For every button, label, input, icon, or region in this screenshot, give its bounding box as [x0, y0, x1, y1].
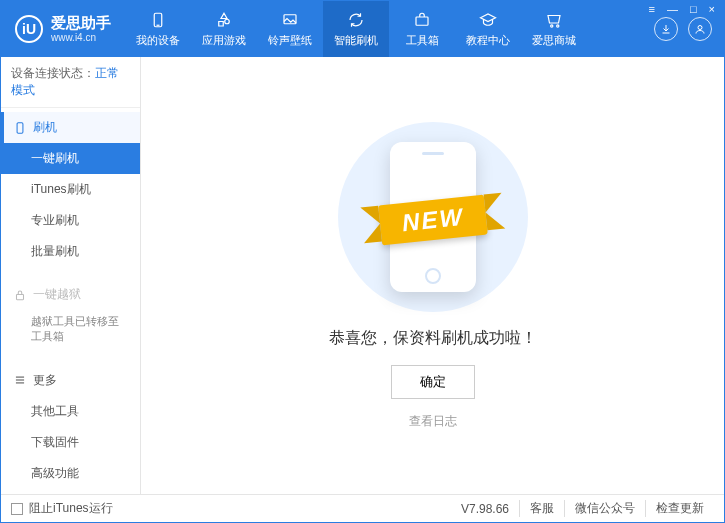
- toolbox-icon: [412, 10, 432, 30]
- more-section: 更多 其他工具 下载固件 高级功能: [1, 361, 140, 493]
- sidebar: 设备连接状态：正常模式 刷机 一键刷机 iTunes刷机 专业刷机 批量刷机 一…: [1, 57, 141, 494]
- nav-device[interactable]: 我的设备: [125, 1, 191, 57]
- more-section-head[interactable]: 更多: [1, 365, 140, 396]
- svg-point-4: [551, 25, 553, 27]
- refresh-icon: [346, 10, 366, 30]
- nav-store[interactable]: 爱思商城: [521, 1, 587, 57]
- body: 设备连接状态：正常模式 刷机 一键刷机 iTunes刷机 专业刷机 批量刷机 一…: [1, 57, 724, 494]
- support-link[interactable]: 客服: [519, 500, 564, 517]
- sidebar-item-pro-flash[interactable]: 专业刷机: [1, 205, 140, 236]
- section-label: 一键越狱: [33, 286, 81, 303]
- maximize-button[interactable]: □: [687, 3, 700, 15]
- lock-icon: [13, 288, 27, 302]
- svg-rect-7: [17, 122, 23, 133]
- phone-icon: [13, 121, 27, 135]
- nav-label: 教程中心: [466, 33, 510, 48]
- nav-flash[interactable]: 智能刷机: [323, 1, 389, 57]
- nav-label: 铃声壁纸: [268, 33, 312, 48]
- sidebar-item-other-tools[interactable]: 其他工具: [1, 396, 140, 427]
- checkbox-icon: [11, 503, 23, 515]
- nav-label: 智能刷机: [334, 33, 378, 48]
- svg-point-5: [557, 25, 559, 27]
- checkbox-label: 阻止iTunes运行: [29, 500, 113, 517]
- nav-label: 爱思商城: [532, 33, 576, 48]
- brand-url: www.i4.cn: [51, 32, 111, 44]
- success-message: 恭喜您，保资料刷机成功啦！: [329, 328, 537, 349]
- flash-section-head[interactable]: 刷机: [1, 112, 140, 143]
- sidebar-item-advanced[interactable]: 高级功能: [1, 458, 140, 489]
- phone-icon: [148, 10, 168, 30]
- app-window: ≡ — □ × iU 爱思助手 www.i4.cn 我的设备 应用游戏 铃声壁纸: [0, 0, 725, 523]
- apps-icon: [214, 10, 234, 30]
- brand-logo-icon: iU: [15, 15, 43, 43]
- nav-tutorial[interactable]: 教程中心: [455, 1, 521, 57]
- svg-rect-3: [416, 17, 428, 25]
- sidebar-item-onekey-flash[interactable]: 一键刷机: [1, 143, 140, 174]
- section-label: 更多: [33, 372, 57, 389]
- menu-icon[interactable]: ≡: [645, 3, 657, 15]
- nav-toolbox[interactable]: 工具箱: [389, 1, 455, 57]
- sidebar-item-batch-flash[interactable]: 批量刷机: [1, 236, 140, 267]
- download-button[interactable]: [654, 17, 678, 41]
- nav-label: 我的设备: [136, 33, 180, 48]
- close-button[interactable]: ×: [706, 3, 718, 15]
- jailbreak-note: 越狱工具已转移至工具箱: [1, 310, 140, 353]
- minimize-button[interactable]: —: [664, 3, 681, 15]
- nav-apps[interactable]: 应用游戏: [191, 1, 257, 57]
- view-log-link[interactable]: 查看日志: [409, 413, 457, 430]
- svg-point-6: [698, 26, 702, 30]
- nav-label: 应用游戏: [202, 33, 246, 48]
- user-button[interactable]: [688, 17, 712, 41]
- jailbreak-section-head: 一键越狱: [1, 279, 140, 310]
- ok-button[interactable]: 确定: [391, 365, 475, 399]
- version-label: V7.98.66: [451, 502, 519, 516]
- nav-ringtone[interactable]: 铃声壁纸: [257, 1, 323, 57]
- status-bar: 阻止iTunes运行 V7.98.66 客服 微信公众号 检查更新: [1, 494, 724, 522]
- svg-rect-8: [17, 294, 24, 299]
- brand: iU 爱思助手 www.i4.cn: [1, 1, 125, 57]
- success-illustration: NEW: [338, 122, 528, 312]
- section-label: 刷机: [33, 119, 57, 136]
- graduation-icon: [478, 10, 498, 30]
- connection-status: 设备连接状态：正常模式: [1, 57, 140, 108]
- brand-title: 爱思助手: [51, 14, 111, 32]
- nav-label: 工具箱: [406, 33, 439, 48]
- flash-section: 刷机 一键刷机 iTunes刷机 专业刷机 批量刷机: [1, 108, 140, 271]
- wallpaper-icon: [280, 10, 300, 30]
- block-itunes-checkbox[interactable]: 阻止iTunes运行: [11, 500, 113, 517]
- sidebar-item-download-firmware[interactable]: 下载固件: [1, 427, 140, 458]
- conn-label: 设备连接状态：: [11, 66, 95, 80]
- cart-icon: [544, 10, 564, 30]
- wechat-link[interactable]: 微信公众号: [564, 500, 645, 517]
- sidebar-item-itunes-flash[interactable]: iTunes刷机: [1, 174, 140, 205]
- list-icon: [13, 373, 27, 387]
- main-panel: NEW 恭喜您，保资料刷机成功啦！ 确定 查看日志: [141, 57, 724, 494]
- check-update-link[interactable]: 检查更新: [645, 500, 714, 517]
- jailbreak-section: 一键越狱 越狱工具已转移至工具箱: [1, 275, 140, 357]
- header: ≡ — □ × iU 爱思助手 www.i4.cn 我的设备 应用游戏 铃声壁纸: [1, 1, 724, 57]
- top-nav: 我的设备 应用游戏 铃声壁纸 智能刷机 工具箱 教程中心: [125, 1, 654, 57]
- window-controls: ≡ — □ ×: [645, 3, 718, 15]
